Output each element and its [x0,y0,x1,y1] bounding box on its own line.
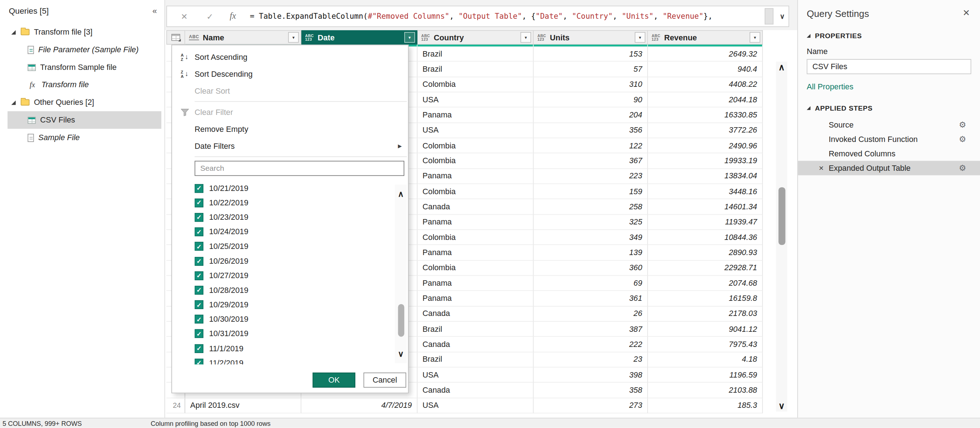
checkbox-checked-icon[interactable]: ✓ [195,198,204,207]
cell-country[interactable]: Canada [418,383,534,398]
cell-revenue[interactable]: 16159.8 [648,291,763,306]
menu-item-sort-descending[interactable]: ZA ↓ Sort Descending [172,65,408,82]
cell-revenue[interactable]: 3772.26 [648,123,763,138]
expander-icon[interactable] [11,30,16,34]
applied-steps-section-header[interactable]: APPLIED STEPS [798,104,980,112]
cell-units[interactable]: 159 [534,184,648,199]
filter-dropdown-icon[interactable]: ▼ [520,32,531,43]
filter-value-item[interactable]: ✓10/30/2019 [195,312,408,326]
cell-country[interactable]: Brazil [418,322,534,337]
cell-revenue[interactable]: 2490.96 [648,138,763,153]
cell-units[interactable]: 387 [534,322,648,337]
filter-value-item[interactable]: ✓10/23/2019 [195,210,408,224]
cell-revenue[interactable]: 22928.71 [648,260,763,276]
filter-list-scrollbar[interactable]: ∧ ∨ [395,185,407,363]
tree-folder-other-queries[interactable]: Other Queries [2] [8,94,161,111]
filter-value-item[interactable]: ✓10/26/2019 [195,254,408,268]
cell-country[interactable]: Colombia [418,77,534,92]
filter-value-item[interactable]: ✓10/28/2019 [195,283,408,297]
scrollbar-thumb[interactable] [398,304,404,337]
select-all-corner[interactable] [166,30,185,45]
tree-item-csv-files[interactable]: CSV Files [8,111,161,129]
cell-units[interactable]: 222 [534,337,648,352]
filter-dropdown-icon[interactable]: ▼ [635,32,646,43]
tree-item-sample-file[interactable]: Sample File [8,129,161,146]
ok-button[interactable]: OK [312,372,355,388]
applied-step-removed-columns[interactable]: Removed Columns [798,146,980,161]
cell-units[interactable]: 204 [534,108,648,123]
cell-country[interactable]: Brazil [418,46,534,62]
filter-value-item[interactable]: ✓11/1/2019 [195,341,408,356]
cell-units[interactable]: 360 [534,260,648,276]
cell-revenue[interactable]: 185.3 [648,398,763,413]
cell-revenue[interactable]: 19933.19 [648,153,763,169]
cell-units[interactable]: 153 [534,46,648,62]
cell-units[interactable]: 358 [534,383,648,398]
column-header-revenue[interactable]: ABC123 Revenue ▼ [648,30,763,45]
filter-value-item[interactable]: ✓10/31/2019 [195,327,408,341]
cell-units[interactable]: 258 [534,199,648,214]
cell-units[interactable]: 69 [534,276,648,291]
checkbox-checked-icon[interactable]: ✓ [195,358,204,364]
filter-value-item[interactable]: ✓11/2/2019 [195,356,408,364]
checkbox-checked-icon[interactable]: ✓ [195,271,204,280]
checkbox-checked-icon[interactable]: ✓ [195,228,204,236]
cell-country[interactable]: USA [418,367,534,383]
close-pane-icon[interactable]: ✕ [963,8,970,18]
checkbox-checked-icon[interactable]: ✓ [195,315,204,324]
cell-country[interactable]: Colombia [418,230,534,245]
cell-country[interactable]: Colombia [418,138,534,153]
cell-units[interactable]: 310 [534,77,648,92]
collapse-pane-icon[interactable]: « [152,6,157,16]
cell-revenue[interactable]: 2103.88 [648,383,763,398]
applied-step-expanded-output-table[interactable]: ✕ Expanded Output Table ⚙ [798,161,980,175]
step-settings-gear-icon[interactable]: ⚙ [959,120,966,129]
cell-country[interactable]: USA [418,123,534,138]
cell-revenue[interactable]: 2044.18 [648,92,763,107]
query-name-input[interactable] [807,59,971,74]
checkbox-checked-icon[interactable]: ✓ [195,300,204,309]
cell-units[interactable]: 26 [534,306,648,321]
cell-country[interactable]: Colombia [418,184,534,199]
cell-units[interactable]: 349 [534,230,648,245]
cell-country[interactable]: USA [418,92,534,107]
cell-revenue[interactable]: 13834.04 [648,169,763,184]
menu-item-date-filters[interactable]: Date Filters ▶ [172,137,408,155]
cell-revenue[interactable]: 1196.59 [648,367,763,383]
cell-date[interactable]: 4/7/2019 [301,398,418,413]
cell-revenue[interactable]: 2649.32 [648,46,763,62]
cell-units[interactable]: 23 [534,352,648,367]
step-settings-gear-icon[interactable]: ⚙ [959,163,966,172]
scrollbar-thumb[interactable] [778,187,785,245]
cell-revenue[interactable]: 3448.16 [648,184,763,199]
cell-country[interactable]: Canada [418,306,534,321]
tree-item-transform-sample-file[interactable]: Transform Sample file [8,58,161,76]
cell-country[interactable]: Panama [418,215,534,230]
cell-country[interactable]: Canada [418,199,534,214]
formula-scrollbar[interactable] [765,8,773,24]
cancel-button[interactable]: Cancel [364,372,406,388]
filter-value-item[interactable]: ✓10/21/2019 [195,181,408,195]
cell-country[interactable]: Panama [418,108,534,123]
tree-item-file-parameter[interactable]: File Parameter (Sample File) [8,41,161,58]
filter-value-item[interactable]: ✓10/25/2019 [195,239,408,254]
cell-revenue[interactable]: 16330.85 [648,108,763,123]
step-settings-gear-icon[interactable]: ⚙ [959,134,966,144]
cell-country[interactable]: Colombia [418,153,534,169]
expand-formula-icon[interactable]: ∨ [776,12,789,21]
scroll-down-icon[interactable]: ∨ [395,350,407,358]
cancel-formula-icon[interactable]: ✕ [181,11,188,21]
cell-country[interactable]: Panama [418,276,534,291]
checkbox-checked-icon[interactable]: ✓ [195,344,204,353]
properties-section-header[interactable]: PROPERTIES [798,32,980,40]
cell-name[interactable]: April 2019.csv [185,398,301,413]
checkbox-checked-icon[interactable]: ✓ [195,330,204,338]
row-number[interactable]: 24 [166,398,185,413]
all-properties-link[interactable]: All Properties [807,82,854,91]
cell-units[interactable]: 398 [534,367,648,383]
cell-units[interactable]: 223 [534,169,648,184]
cell-units[interactable]: 90 [534,92,648,107]
column-header-country[interactable]: ABC123 Country ▼ [418,30,534,45]
checkbox-checked-icon[interactable]: ✓ [195,184,204,192]
cell-revenue[interactable]: 10844.36 [648,230,763,245]
